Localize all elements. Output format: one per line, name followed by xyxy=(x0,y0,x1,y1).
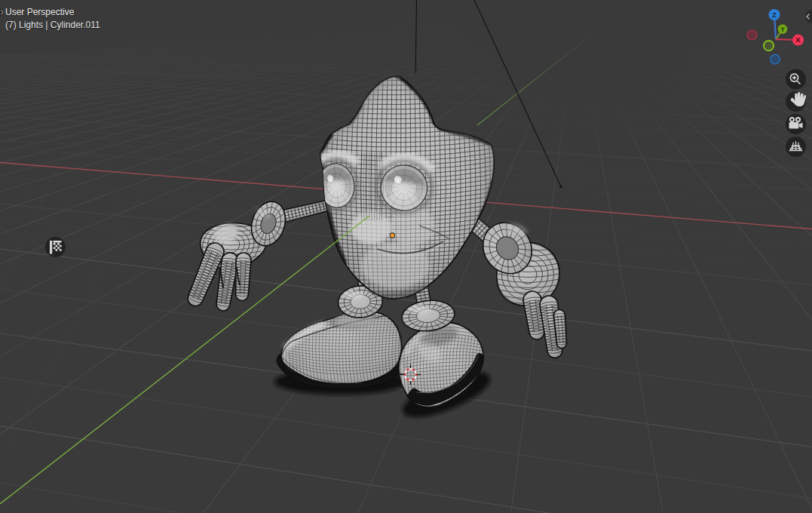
svg-text:Z: Z xyxy=(772,11,777,19)
svg-text:Y: Y xyxy=(780,26,785,33)
svg-text:X: X xyxy=(795,35,801,44)
